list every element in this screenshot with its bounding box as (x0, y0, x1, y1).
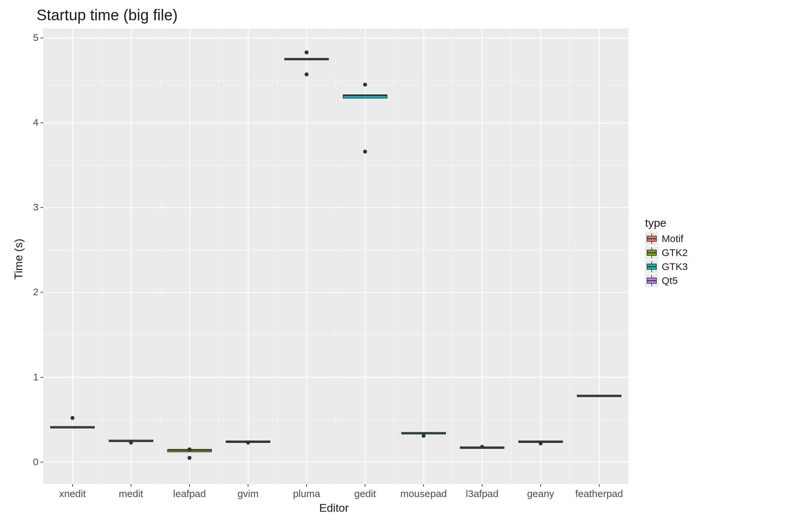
legend-entry-qt5: Qt5 (645, 274, 688, 287)
x-tick-label: medit (101, 488, 161, 499)
x-tick-label: gvim (218, 488, 278, 499)
y-tick-label: 2 (33, 286, 39, 298)
y-tick-label: 3 (33, 202, 39, 213)
plot-area (43, 28, 628, 484)
legend-key-icon (645, 274, 658, 287)
legend-entry-gtk2: GTK2 (645, 246, 688, 259)
legend-key-icon (645, 232, 658, 245)
legend-entry-motif: Motif (645, 232, 688, 245)
legend: type MotifGTK2GTK3Qt5 (645, 216, 688, 288)
legend-label: GTK3 (662, 261, 688, 272)
legend-entry-gtk3: GTK3 (645, 260, 688, 273)
y-axis-label: Time (s) (12, 239, 25, 280)
x-tick-label: xnedit (42, 488, 102, 499)
legend-label: GTK2 (662, 247, 688, 258)
legend-key-icon (645, 246, 658, 259)
chart-title: Startup time (big file) (37, 6, 177, 24)
legend-label: Qt5 (662, 275, 678, 286)
y-tick-label: 5 (33, 32, 39, 43)
x-tick-label: featherpad (569, 488, 629, 499)
y-tick-label: 1 (33, 372, 39, 383)
x-tick-label: geany (511, 488, 571, 499)
legend-title: type (645, 216, 688, 229)
y-tick-label: 4 (33, 117, 39, 128)
legend-label: Motif (662, 233, 683, 244)
x-tick-label: l3afpad (452, 488, 512, 499)
x-tick-label: gedit (335, 488, 395, 499)
legend-key-icon (645, 260, 658, 273)
x-tick-label: pluma (277, 488, 337, 499)
y-tick-label: 0 (33, 456, 39, 468)
x-tick-label: leafpad (159, 488, 220, 499)
x-tick-label: mousepad (394, 488, 454, 499)
x-axis-label: Editor (319, 501, 349, 514)
